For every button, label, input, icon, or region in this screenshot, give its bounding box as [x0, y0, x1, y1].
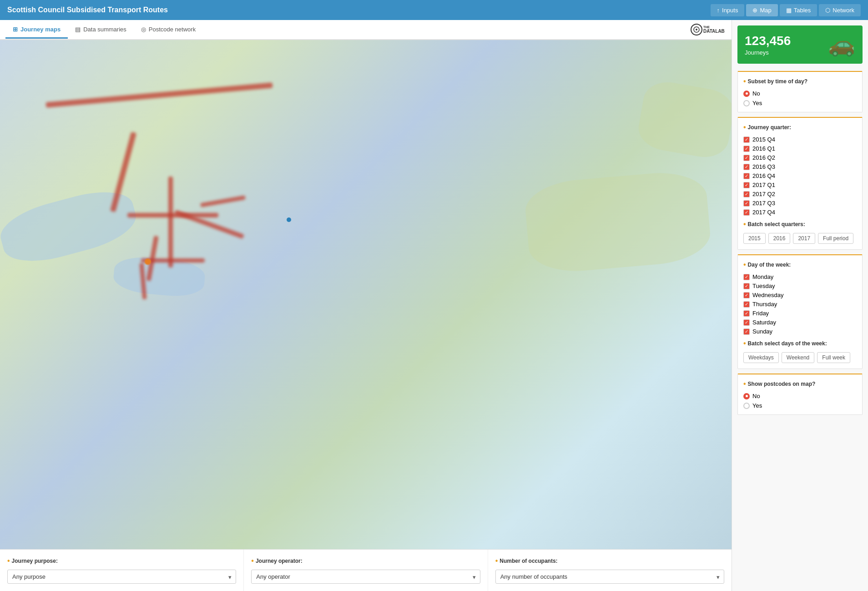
subset-time-yes-label: Yes [752, 100, 762, 106]
journey-purpose-select[interactable]: Any purpose [7, 570, 236, 584]
quarter-2016q1[interactable]: 2016 Q1 [743, 145, 857, 152]
batch-quarter-2015[interactable]: 2015 [743, 233, 766, 244]
postcodes-yes[interactable]: Yes [743, 402, 857, 409]
occupants-select[interactable]: Any number of occupants [495, 570, 724, 584]
day-monday[interactable]: Monday [743, 273, 857, 280]
quarter-2016q4-label: 2016 Q4 [752, 172, 775, 179]
day-saturday-checkbox[interactable] [743, 319, 750, 326]
postcodes-yes-radio[interactable] [743, 403, 750, 409]
day-thursday[interactable]: Thursday [743, 301, 857, 308]
bottom-filters: Journey purpose: Any purpose ▾ Journey o… [0, 549, 732, 591]
nav-network[interactable]: ⬡ Network [819, 4, 861, 16]
quarter-2017q4-checkbox[interactable] [743, 209, 750, 216]
day-saturday[interactable]: Saturday [743, 319, 857, 326]
nav-inputs[interactable]: ↑ Inputs [711, 4, 745, 16]
tab-journey-maps[interactable]: ⊞ Journey maps [5, 21, 68, 39]
day-monday-label: Monday [752, 273, 773, 280]
svg-point-2 [696, 29, 697, 30]
occupants-select-wrap: Any number of occupants ▾ [495, 570, 724, 584]
batch-quarter-2017[interactable]: 2017 [793, 233, 815, 244]
quarter-2017q2-checkbox[interactable] [743, 191, 750, 197]
quarter-2016q3[interactable]: 2016 Q3 [743, 163, 857, 170]
quarter-2017q2[interactable]: 2017 Q2 [743, 191, 857, 197]
journey-operator-select[interactable]: Any operator [251, 570, 480, 584]
quarter-2015q4-checkbox[interactable] [743, 136, 750, 143]
stats-number: 123,456 [745, 34, 791, 48]
quarter-2016q2[interactable]: 2016 Q2 [743, 154, 857, 161]
day-tuesday-checkbox[interactable] [743, 283, 750, 289]
occupants-title: Number of occupants: [495, 557, 724, 565]
upload-icon: ↑ [717, 7, 720, 14]
quarter-2016q3-label: 2016 Q3 [752, 163, 775, 170]
day-sunday-checkbox[interactable] [743, 328, 750, 335]
batch-quarter-2016[interactable]: 2016 [768, 233, 791, 244]
nav-tables[interactable]: ▦ Tables [780, 4, 818, 16]
day-tuesday[interactable]: Tuesday [743, 283, 857, 289]
day-friday-checkbox[interactable] [743, 310, 750, 317]
quarter-2016q4[interactable]: 2016 Q4 [743, 172, 857, 179]
quarter-2016q2-checkbox[interactable] [743, 155, 750, 161]
batch-day-full-week[interactable]: Full week [817, 352, 850, 363]
day-monday-checkbox[interactable] [743, 274, 750, 280]
quarter-2017q3[interactable]: 2017 Q3 [743, 200, 857, 207]
day-of-week-checkboxes: Monday Tuesday Wednesday Thursday Friday [743, 273, 857, 335]
postcodes-no-radio[interactable] [743, 393, 750, 399]
journey-quarter-title: Journey quarter: [743, 123, 857, 131]
batch-day-weekdays[interactable]: Weekdays [743, 352, 779, 363]
quarter-2016q4-checkbox[interactable] [743, 173, 750, 179]
day-thursday-checkbox[interactable] [743, 301, 750, 308]
day-friday[interactable]: Friday [743, 310, 857, 317]
batch-quarter-full[interactable]: Full period [818, 233, 853, 244]
day-sunday[interactable]: Sunday [743, 328, 857, 335]
nav-map-label: Map [760, 7, 771, 14]
day-tuesday-label: Tuesday [752, 283, 775, 289]
stats-info: 123,456 Journeys [745, 34, 791, 56]
occupants-section: Number of occupants: Any number of occup… [488, 550, 732, 591]
batch-quarter-buttons: 2015 2016 2017 Full period [743, 233, 857, 244]
batch-day-buttons: Weekdays Weekend Full week [743, 352, 857, 363]
journey-quarter-section: Journey quarter: 2015 Q4 2016 Q1 2016 Q2… [737, 117, 863, 250]
tab-postcode-network[interactable]: ◎ Postcode network [134, 21, 203, 39]
day-of-week-section: Day of the week: Monday Tuesday Wednesda… [737, 254, 863, 369]
postcodes-no-label: No [752, 393, 760, 399]
quarter-2017q1[interactable]: 2017 Q1 [743, 182, 857, 188]
stats-card: 123,456 Journeys 🚗 [737, 25, 863, 64]
batch-day-weekend[interactable]: Weekend [782, 352, 814, 363]
day-sunday-label: Sunday [752, 328, 772, 335]
quarter-2016q1-checkbox[interactable] [743, 146, 750, 152]
day-wednesday[interactable]: Wednesday [743, 292, 857, 298]
nav-map[interactable]: ⊕ Map [746, 4, 777, 16]
journey-quarter-checkboxes: 2015 Q4 2016 Q1 2016 Q2 2016 Q3 2016 Q4 [743, 136, 857, 216]
subset-time-no[interactable]: No [743, 90, 857, 97]
app-title: Scottish Council Subsidised Transport Ro… [7, 6, 711, 14]
tab-data-summaries-label: Data summaries [83, 26, 126, 33]
journey-operator-select-wrap: Any operator ▾ [251, 570, 480, 584]
journey-purpose-section: Journey purpose: Any purpose ▾ [0, 550, 244, 591]
datalab-logo-svg: THE DATALAB [690, 23, 726, 36]
day-wednesday-checkbox[interactable] [743, 292, 750, 298]
subset-time-yes-radio[interactable] [743, 100, 750, 106]
postcodes-no[interactable]: No [743, 393, 857, 399]
batch-quarters-title: Batch select quarters: [743, 220, 857, 228]
journey-purpose-select-wrap: Any purpose ▾ [7, 570, 236, 584]
tab-data-summaries[interactable]: ▤ Data summaries [68, 21, 134, 39]
car-icon: 🚗 [828, 32, 855, 57]
nav-network-label: Network [833, 7, 854, 14]
journey-operator-title: Journey operator: [251, 557, 480, 565]
tabs-bar: ⊞ Journey maps ▤ Data summaries ◎ Postco… [0, 20, 732, 40]
stats-label: Journeys [745, 49, 791, 56]
nav-links: ↑ Inputs ⊕ Map ▦ Tables ⬡ Network [711, 4, 861, 16]
top-nav: Scottish Council Subsidised Transport Ro… [0, 0, 868, 20]
content-wrapper: ⊞ Journey maps ▤ Data summaries ◎ Postco… [0, 20, 868, 591]
subset-time-yes[interactable]: Yes [743, 100, 857, 106]
svg-text:THE: THE [703, 25, 710, 29]
table-icon: ▦ [786, 7, 792, 14]
day-saturday-label: Saturday [752, 319, 776, 326]
quarter-2017q1-checkbox[interactable] [743, 182, 750, 188]
quarter-2016q3-checkbox[interactable] [743, 164, 750, 170]
map-container[interactable] [0, 40, 732, 549]
quarter-2017q3-checkbox[interactable] [743, 200, 750, 207]
quarter-2015q4[interactable]: 2015 Q4 [743, 136, 857, 143]
subset-time-no-radio[interactable] [743, 91, 750, 97]
quarter-2017q4[interactable]: 2017 Q4 [743, 209, 857, 216]
